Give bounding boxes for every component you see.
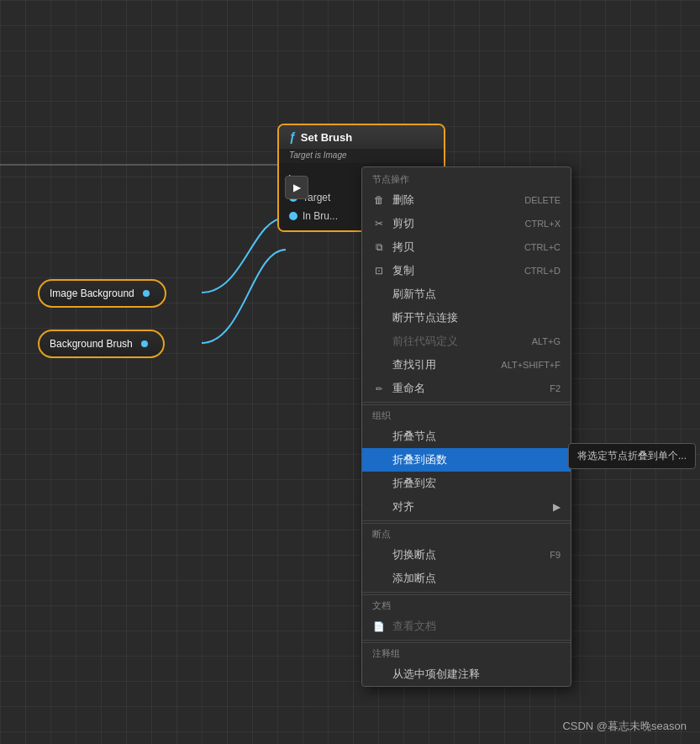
align-label: 对齐 <box>392 499 546 514</box>
menu-item-refresh[interactable]: 刷新节点 <box>362 282 571 306</box>
divider-3 <box>362 592 571 593</box>
exec-play-button[interactable]: ▶ <box>285 176 308 199</box>
menu-item-goto-def: 前往代码定义 ALT+G <box>362 330 571 353</box>
watermark-text: CSDN @暮志未晚season <box>562 720 687 732</box>
node-header: ƒ Set Brush <box>279 125 444 149</box>
section-docs: 文档 <box>362 594 571 615</box>
add-breakpoint-label: 添加断点 <box>392 571 554 586</box>
copy-shortcut: CTRL+C <box>524 242 561 252</box>
create-comment-label: 从选中项创建注释 <box>392 667 554 682</box>
toggle-breakpoint-label: 切换断点 <box>392 547 543 562</box>
view-docs-icon: 📄 <box>372 621 386 632</box>
find-ref-label: 查找引用 <box>392 357 494 372</box>
tooltip: 将选定节点折叠到单个... <box>568 443 696 469</box>
align-arrow-icon: ▶ <box>553 501 561 513</box>
view-docs-label: 查看文档 <box>392 619 554 634</box>
collapse-macro-label: 折叠到宏 <box>392 476 554 491</box>
goto-def-shortcut: ALT+G <box>532 336 561 346</box>
cut-icon: ✂ <box>372 218 386 230</box>
inbru-pin-label: In Bru... <box>303 210 338 222</box>
menu-item-collapse-to-func[interactable]: 折叠到函数 <box>362 448 571 472</box>
node-title: Set Brush <box>301 131 352 144</box>
rename-icon: ✏ <box>372 384 386 393</box>
copy-label: 拷贝 <box>392 240 518 255</box>
duplicate-label: 复制 <box>392 263 518 278</box>
duplicate-icon: ⊡ <box>372 265 386 277</box>
tooltip-text: 将选定节点折叠到单个... <box>577 450 687 462</box>
node-subtitle: Target is Image <box>279 149 444 163</box>
cut-label: 剪切 <box>392 216 518 231</box>
goto-def-label: 前往代码定义 <box>392 334 525 349</box>
section-comment: 注释组 <box>362 642 571 662</box>
rename-shortcut: F2 <box>550 383 561 393</box>
background-brush-node[interactable]: Background Brush <box>38 330 165 358</box>
menu-item-find-ref[interactable]: 查找引用 ALT+SHIFT+F <box>362 353 571 377</box>
menu-item-toggle-breakpoint[interactable]: 切换断点 F9 <box>362 543 571 567</box>
disconnect-label: 断开节点连接 <box>392 310 554 325</box>
menu-item-duplicate[interactable]: ⊡ 复制 CTRL+D <box>362 259 571 282</box>
find-ref-shortcut: ALT+SHIFT+F <box>501 360 561 370</box>
menu-item-disconnect[interactable]: 断开节点连接 <box>362 306 571 330</box>
menu-item-cut[interactable]: ✂ 剪切 CTRL+X <box>362 212 571 235</box>
rename-label: 重命名 <box>392 381 543 396</box>
func-icon: ƒ <box>289 130 296 144</box>
menu-item-add-breakpoint[interactable]: 添加断点 <box>362 567 571 590</box>
menu-item-create-comment[interactable]: 从选中项创建注释 <box>362 662 571 686</box>
divider-1 <box>362 402 571 403</box>
menu-item-collapse-to-macro[interactable]: 折叠到宏 <box>362 472 571 495</box>
copy-icon: ⧉ <box>372 241 386 253</box>
divider-2 <box>362 520 571 521</box>
background-brush-label: Background Brush <box>50 338 133 350</box>
menu-item-view-docs: 📄 查看文档 <box>362 615 571 638</box>
image-background-dot <box>141 288 151 298</box>
collapse-func-label: 折叠到函数 <box>392 452 554 467</box>
menu-item-copy[interactable]: ⧉ 拷贝 CTRL+C <box>362 235 571 259</box>
refresh-label: 刷新节点 <box>392 287 554 302</box>
delete-icon: 🗑 <box>372 194 386 206</box>
inbru-pin-dot <box>289 212 297 220</box>
context-menu: 节点操作 🗑 删除 DELETE ✂ 剪切 CTRL+X ⧉ 拷贝 CTRL+C… <box>361 166 571 687</box>
menu-item-rename[interactable]: ✏ 重命名 F2 <box>362 377 571 400</box>
background-brush-dot <box>139 339 150 349</box>
delete-shortcut: DELETE <box>524 195 561 205</box>
section-node-ops: 节点操作 <box>362 169 571 188</box>
watermark: CSDN @暮志未晚season <box>562 719 687 734</box>
menu-item-collapse-node[interactable]: 折叠节点 <box>362 425 571 448</box>
image-background-node[interactable]: Image Background <box>38 279 166 308</box>
toggle-breakpoint-shortcut: F9 <box>550 550 561 560</box>
menu-item-delete[interactable]: 🗑 删除 DELETE <box>362 188 571 212</box>
connection-lines <box>0 0 700 744</box>
duplicate-shortcut: CTRL+D <box>524 266 561 276</box>
section-breakpoint: 断点 <box>362 523 571 543</box>
cut-shortcut: CTRL+X <box>525 219 561 229</box>
play-icon: ▶ <box>293 182 301 193</box>
menu-item-align[interactable]: 对齐 ▶ <box>362 495 571 519</box>
section-organize: 组织 <box>362 404 571 425</box>
delete-label: 删除 <box>392 193 518 208</box>
collapse-node-label: 折叠节点 <box>392 429 554 444</box>
image-background-label: Image Background <box>50 288 134 299</box>
divider-4 <box>362 640 571 641</box>
